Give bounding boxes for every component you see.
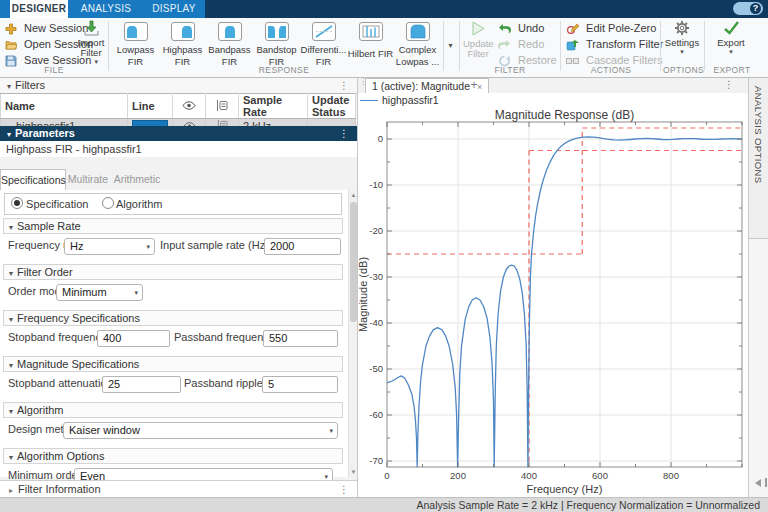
gallery-label: Complex (394, 45, 441, 55)
svg-text:-10: -10 (369, 179, 383, 190)
frequency-units-dropdown[interactable]: Hz▾ (64, 238, 155, 255)
order-mode-dropdown[interactable]: Minimum▾ (56, 284, 143, 301)
radio-specification[interactable]: Specification (11, 198, 88, 210)
design-method-dropdown[interactable]: Kaiser window▾ (63, 422, 338, 439)
svg-text:-30: -30 (369, 271, 383, 282)
col-name[interactable]: Name (1, 94, 128, 119)
tab-display-options[interactable]: DISPLAY OPTIONS (134, 0, 214, 18)
differentiator-fir-icon (312, 22, 336, 41)
update-filter-button[interactable]: Update Filter (463, 20, 493, 59)
col-line[interactable]: Line (128, 94, 173, 119)
tab-arithmetic[interactable]: Arithmetic (111, 169, 163, 189)
transform-filter-button[interactable]: Transform Filter (566, 37, 663, 51)
col-sample-rate[interactable]: Sample Rate (239, 94, 308, 119)
status-bar: Analysis Sample Rate = 2 kHz | Frequency… (0, 497, 768, 512)
svg-text:-40: -40 (369, 317, 383, 328)
stopband-attenuation-field[interactable]: 25 (102, 376, 181, 393)
filter-information-menu-icon[interactable]: ⋮ (339, 481, 349, 498)
response-section-label: RESPONSE (112, 65, 456, 75)
ribbon-separator (560, 21, 561, 71)
section-title: Algorithm (17, 404, 63, 416)
response-lowpass-fir[interactable]: Lowpass FIR (112, 21, 159, 65)
gallery-label: Bandstop (253, 45, 300, 55)
svg-text:Magnitude (dB): Magnitude (dB) (358, 257, 369, 332)
settings-gear-icon (674, 20, 690, 36)
tab-multirate[interactable]: Multirate (65, 169, 111, 189)
section-algorithm[interactable]: ▾Algorithm (3, 402, 343, 418)
viewer-menu-icon[interactable]: ⋮ (724, 78, 734, 92)
save-session-icon (5, 55, 17, 67)
gallery-label: Differenti... (300, 45, 347, 55)
section-title: Sample Rate (17, 220, 81, 232)
settings-button[interactable]: Settings ▾ (663, 20, 701, 56)
import-filter-button[interactable]: Import Filter (76, 20, 106, 58)
legend-line-sample (360, 100, 378, 101)
export-dropdown-arrow: ▾ (710, 48, 752, 56)
section-algorithm-options[interactable]: ▾Algorithm Options (3, 448, 343, 464)
radio-algorithm[interactable]: Algorithm (102, 198, 163, 210)
file-section-label: FILE (20, 65, 88, 75)
ribbon: New Session Open Session Save Session ▾ … (0, 18, 768, 78)
undo-label: Undo (518, 22, 544, 34)
magnitude-response-chart: 02004006008000-10-20-30-40-50-60-70Magni… (358, 107, 748, 497)
export-label: Export (710, 38, 752, 48)
collapse-triangle-icon: ▾ (7, 130, 11, 139)
collapse-panel-icon[interactable] (755, 478, 767, 488)
help-button[interactable]: ? (733, 2, 763, 15)
undo-button[interactable]: Undo (498, 21, 544, 35)
scrollbar-thumb[interactable] (350, 202, 357, 322)
col-visibility[interactable] (173, 94, 206, 119)
analysis-options-column: ANALYSIS OPTIONS (748, 78, 768, 497)
section-title: Algorithm Options (17, 450, 104, 462)
section-title: Frequency Specifications (17, 312, 140, 324)
svg-text:Magnitude Response (dB): Magnitude Response (dB) (495, 108, 634, 122)
col-annotation[interactable] (206, 94, 239, 119)
edit-pole-zero-button[interactable]: Edit Pole-Zero (566, 21, 656, 35)
filters-table-header-row: Name Line Sample Rate Update Status (1, 94, 356, 119)
parameters-tab-bar: Specifications Multirate Arithmetic (0, 169, 357, 191)
section-frequency-specifications[interactable]: ▾Frequency Specifications (3, 310, 343, 326)
analysis-options-tab[interactable]: ANALYSIS OPTIONS (749, 78, 768, 239)
svg-text:-60: -60 (369, 409, 383, 420)
filter-information-title: Filter Information (18, 483, 101, 495)
section-magnitude-specifications[interactable]: ▾Magnitude Specifications (3, 356, 343, 372)
passband-frequency-field[interactable]: 550 (263, 330, 338, 347)
filters-panel-header[interactable]: ▾Filters ⋮ (0, 78, 357, 94)
actions-section-label: ACTIONS (566, 65, 656, 75)
response-complex-lowpass[interactable]: Complex Lowpas ... (394, 21, 441, 65)
transform-filter-icon (566, 39, 579, 51)
col-update-status[interactable]: Update Status (308, 94, 356, 119)
tab-analysis[interactable]: ANALYSIS (78, 0, 134, 18)
filter-information-header[interactable]: ▸Filter Information ⋮ (0, 480, 357, 498)
parameters-panel-header[interactable]: ▾Parameters ⋮ (0, 126, 357, 141)
new-tab-button[interactable]: + (466, 78, 482, 92)
stopband-frequency-field[interactable]: 400 (97, 330, 170, 347)
splitter-handle-icon[interactable]: ⋮ (359, 80, 367, 84)
expand-triangle-icon: ▸ (9, 486, 13, 495)
response-differentiator-fir[interactable]: Differenti... FIR (300, 21, 347, 65)
export-button[interactable]: Export ▾ (710, 20, 752, 56)
design-mode-group: Specification Algorithm (4, 193, 342, 215)
update-filter-label2: Filter (463, 49, 493, 59)
response-highpass-fir[interactable]: Highpass FIR (159, 21, 206, 65)
parameters-subtitle: Highpass FIR - highpassfir1 (0, 141, 357, 157)
response-hilbert-fir[interactable]: Hilbert FIR (347, 21, 394, 65)
parameters-menu-icon[interactable]: ⋮ (339, 126, 349, 141)
chart-canvas: 02004006008000-10-20-30-40-50-60-70Magni… (358, 107, 748, 497)
response-gallery-dropdown[interactable]: ▾ (443, 21, 457, 71)
tab-designer[interactable]: DESIGNER (10, 0, 68, 18)
svg-text:400: 400 (521, 470, 537, 481)
import-filter-icon (84, 20, 99, 36)
response-bandpass-fir[interactable]: Bandpass FIR (206, 21, 253, 65)
tab-specifications[interactable]: Specifications (0, 169, 66, 191)
section-filter-order[interactable]: ▾Filter Order (3, 264, 343, 280)
section-sample-rate[interactable]: ▾Sample Rate (3, 218, 343, 234)
filters-menu-icon[interactable]: ⋮ (339, 78, 349, 93)
input-sample-rate-field[interactable]: 2000 (264, 238, 341, 255)
redo-button[interactable]: Redo (498, 37, 544, 51)
passband-ripple-field[interactable]: 5 (262, 376, 338, 393)
response-bandstop-fir[interactable]: Bandstop FIR (253, 21, 300, 65)
save-session-dropdown-arrow[interactable]: ▾ (94, 58, 98, 65)
bandpass-fir-icon (218, 22, 242, 41)
svg-text:800: 800 (663, 470, 679, 481)
